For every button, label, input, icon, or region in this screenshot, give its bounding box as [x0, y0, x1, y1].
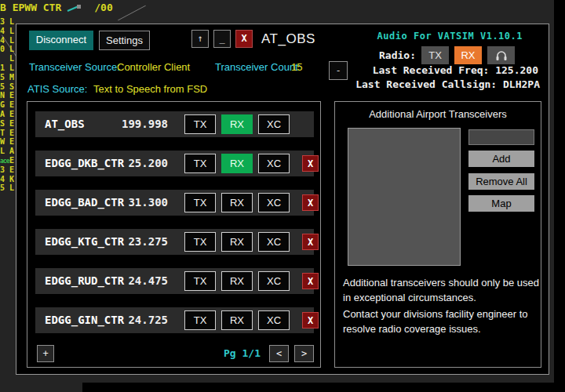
- station-row-buttons: TX RX XC X: [184, 154, 319, 173]
- prev-page-button[interactable]: <: [269, 345, 289, 362]
- tx-button[interactable]: TX: [184, 232, 216, 252]
- rx-button[interactable]: RX: [221, 232, 253, 252]
- radar-text-line: 0L: [0, 45, 17, 54]
- atis-source-value: Text to Speech from FSD: [93, 83, 207, 95]
- tx-button[interactable]: TX: [184, 310, 216, 330]
- station-callsign: AT_OBS: [45, 118, 89, 130]
- radar-station-label: B EPWW CTR: [0, 2, 61, 13]
- radar-text-line: 4L: [0, 27, 17, 36]
- headset-button[interactable]: [487, 46, 515, 64]
- window-title: AT_OBS: [261, 31, 315, 47]
- radar-text-line: GE: [0, 100, 17, 110]
- radar-text-line: TE: [0, 129, 17, 138]
- contact-note: Contact your divisions facility engineer…: [343, 307, 541, 337]
- remove-all-button[interactable]: Remove All: [468, 173, 534, 190]
- last-received-callsign-value: DLH2PA: [503, 78, 540, 90]
- remove-station-button[interactable]: X: [302, 194, 319, 211]
- last-received-freq: Last Received Freq: 125.200: [373, 64, 538, 76]
- tx-button[interactable]: TX: [184, 154, 216, 173]
- radar-suffix-label: /00: [94, 2, 112, 13]
- radar-text-line: 3L: [0, 17, 17, 27]
- next-page-button[interactable]: >: [294, 345, 314, 362]
- remove-station-button[interactable]: X: [302, 155, 319, 172]
- transceiver-count-label: Transceiver Count:: [215, 61, 301, 73]
- remove-station-button[interactable]: X: [302, 312, 319, 328]
- radar-text-line: LA: [0, 147, 17, 156]
- xc-button[interactable]: XC: [258, 193, 290, 212]
- last-received-freq-value: 125.200: [495, 64, 538, 76]
- airport-code-input[interactable]: [468, 129, 534, 145]
- radar-titlebar: B EPWW CTR /00: [0, 2, 113, 13]
- radar-left-strip: 3L4L4L0LL1L5M5SNEGEAESETEWELAaceE3E4K5L: [0, 17, 17, 193]
- tx-button[interactable]: TX: [184, 114, 216, 134]
- shrink-button[interactable]: -: [329, 61, 348, 80]
- headset-icon: [495, 50, 508, 61]
- station-row: 124.475 EDGG_RUD_CTR TX RX XC X: [35, 268, 314, 294]
- xc-button[interactable]: XC: [258, 232, 290, 252]
- disconnect-button[interactable]: Disconnect: [29, 31, 93, 50]
- station-row: 199.998 AT_OBS TX RX XC: [35, 111, 314, 137]
- minimize-window-button[interactable]: _: [213, 30, 231, 48]
- station-row-buttons: TX RX XC X: [184, 232, 319, 252]
- transceivers-note: Additional transceivers should only be u…: [343, 276, 541, 306]
- rx-button[interactable]: RX: [221, 154, 253, 173]
- radio-label: Radio:: [379, 49, 416, 61]
- radar-text-line: 4K: [0, 175, 17, 184]
- transceiver-source-value: Controller Client: [117, 61, 190, 73]
- radar-vector-line: [118, 5, 146, 21]
- rx-button[interactable]: RX: [221, 271, 253, 291]
- atis-source-label: ATIS Source:: [27, 83, 87, 95]
- page-indicator: Pg 1/1: [224, 347, 261, 359]
- xc-button[interactable]: XC: [258, 114, 290, 134]
- tx-button[interactable]: TX: [184, 271, 216, 291]
- xc-button[interactable]: XC: [258, 310, 290, 330]
- remove-station-button[interactable]: X: [302, 234, 319, 250]
- tx-button[interactable]: TX: [184, 193, 216, 212]
- radio-tx-button[interactable]: TX: [421, 46, 449, 64]
- rx-button[interactable]: RX: [221, 310, 253, 330]
- transceiver-count-value: 15: [291, 61, 302, 73]
- add-station-button[interactable]: +: [37, 345, 54, 362]
- screen: B EPWW CTR /00 3L4L4L0LL1L5M5SNEGEAESETE…: [0, 0, 565, 392]
- station-callsign: EDGG_GIN_CTR: [45, 314, 129, 326]
- radar-text-line: AE: [0, 110, 17, 119]
- radar-text-line: 4L: [0, 36, 17, 45]
- radar-background-corner: [0, 382, 82, 392]
- station-row-buttons: TX RX XC X: [184, 271, 319, 291]
- xc-button[interactable]: XC: [258, 154, 290, 173]
- station-row-buttons: TX RX XC: [184, 114, 290, 134]
- settings-button[interactable]: Settings: [99, 31, 150, 50]
- stations-panel: 199.998 AT_OBS TX RX XC 125.200 EDGG_DKB…: [27, 101, 321, 368]
- additional-transceivers-title: Additional Airport Transceivers: [335, 108, 541, 120]
- radio-rx-button[interactable]: RX: [454, 46, 482, 64]
- radio-monitor-group: Radio: TX RX: [379, 46, 515, 64]
- radar-text-line: WE: [0, 137, 17, 147]
- station-row: 125.200 EDGG_DKB_CTR TX RX XC X: [35, 151, 314, 176]
- station-callsign: EDGG_KTG_CTR: [45, 235, 129, 248]
- station-row-buttons: TX RX XC X: [184, 310, 319, 330]
- station-row-buttons: TX RX XC X: [184, 193, 319, 212]
- airport-transceiver-listbox[interactable]: [348, 128, 461, 266]
- last-received-callsign: Last Received Callsign: DLH2PA: [355, 78, 540, 90]
- radar-text-line: SE: [0, 119, 17, 129]
- close-window-button[interactable]: X: [235, 30, 253, 48]
- additional-transceivers-panel: Additional Airport Transceivers Add Remo…: [334, 101, 541, 368]
- xc-button[interactable]: XC: [258, 271, 290, 291]
- add-airport-button[interactable]: Add: [468, 151, 534, 167]
- station-list: 199.998 AT_OBS TX RX XC 125.200 EDGG_DKB…: [35, 111, 314, 347]
- station-row: 124.725 EDGG_GIN_CTR TX RX XC X: [35, 307, 314, 333]
- radar-text-line: 5L: [0, 183, 17, 193]
- station-row: 131.300 EDGG_BAD_CTR TX RX XC X: [35, 190, 314, 216]
- app-version-label: Audio For VATSIM V1.10.1: [377, 31, 523, 42]
- rx-button[interactable]: RX: [221, 114, 253, 134]
- rx-button[interactable]: RX: [221, 193, 253, 212]
- radar-text-line: 5S: [0, 82, 17, 92]
- aircraft-icon: [66, 3, 89, 13]
- radar-text-line: aceE: [0, 156, 17, 165]
- map-button[interactable]: Map: [468, 195, 534, 212]
- station-callsign: EDGG_DKB_CTR: [45, 157, 129, 169]
- last-received-callsign-label: Last Received Callsign:: [355, 78, 497, 90]
- pin-window-button[interactable]: ↑: [191, 30, 209, 48]
- remove-station-button[interactable]: X: [302, 273, 319, 289]
- radar-text-line: 5M: [0, 73, 17, 82]
